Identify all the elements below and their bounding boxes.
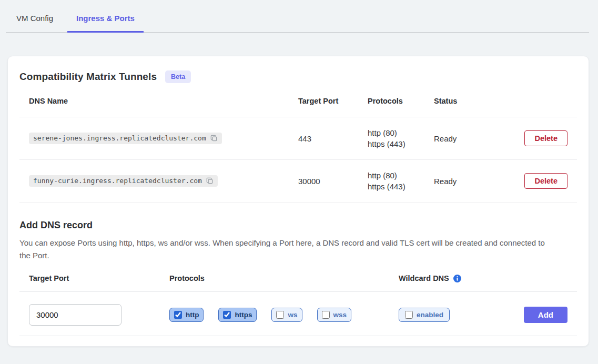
card-title: Compatibility Matrix Tunnels (19, 71, 157, 83)
dns-name-pill: funny-curie.ingress.replicatedcluster.co… (29, 175, 218, 187)
dns-cell: serene-jones.ingress.replicatedcluster.c… (19, 133, 298, 144)
form-col-wildcard-dns: Wildcard DNS (399, 274, 577, 282)
copy-icon[interactable] (210, 134, 218, 142)
protocol-checkbox-https[interactable]: https (218, 308, 257, 322)
dns-cell: funny-curie.ingress.replicatedcluster.co… (19, 175, 298, 187)
add-button[interactable]: Add (524, 307, 567, 323)
target-port-cell: 443 (298, 134, 368, 143)
status-cell: Ready (434, 177, 524, 186)
delete-button[interactable]: Delete (524, 130, 567, 146)
page: VM Config Ingress & Ports Compatibility … (0, 0, 598, 347)
protocol-option-label: ws (288, 311, 297, 319)
protocols-cell: http (80) https (443) (368, 170, 434, 192)
dns-name-pill: serene-jones.ingress.replicatedcluster.c… (29, 133, 222, 144)
http-checkbox-input[interactable] (174, 311, 182, 319)
tab-bar: VM Config Ingress & Ports (6, 0, 589, 33)
form-col-target-port: Target Port (19, 274, 169, 282)
ws-checkbox-input[interactable] (276, 311, 284, 319)
tab-vm-config[interactable]: VM Config (7, 11, 62, 33)
protocol-checkbox-wss[interactable]: wss (317, 308, 352, 322)
protocol-options: http https ws wss (169, 308, 399, 322)
col-header-protocols: Protocols (368, 97, 434, 105)
status-cell: Ready (434, 134, 524, 143)
protocol-checkbox-http[interactable]: http (169, 308, 204, 322)
add-dns-record-title: Add DNS record (19, 220, 577, 231)
col-header-dns-name: DNS Name (19, 97, 298, 105)
target-port-input[interactable] (29, 304, 121, 326)
protocol-checkbox-ws[interactable]: ws (271, 308, 302, 322)
protocols-cell: http (80) https (443) (368, 127, 434, 149)
https-checkbox-input[interactable] (223, 311, 231, 319)
add-dns-record-description: You can expose Ports using http, https, … (19, 237, 556, 261)
dns-name-text: funny-curie.ingress.replicatedcluster.co… (33, 177, 202, 185)
wss-checkbox-input[interactable] (322, 311, 330, 319)
beta-badge: Beta (165, 70, 191, 83)
dns-name-text: serene-jones.ingress.replicatedcluster.c… (33, 134, 206, 142)
copy-icon[interactable] (206, 177, 214, 185)
protocol-option-label: http (186, 311, 199, 319)
wildcard-enabled-checkbox[interactable]: enabled (399, 308, 450, 322)
form-col-protocols: Protocols (169, 274, 399, 282)
table-row: funny-curie.ingress.replicatedcluster.co… (19, 160, 577, 203)
col-header-status: Status (434, 97, 524, 105)
protocol-line: http (80) (368, 127, 434, 138)
wildcard-option-label: enabled (417, 311, 443, 319)
protocol-option-label: wss (333, 311, 347, 319)
delete-button[interactable]: Delete (524, 173, 567, 189)
tunnels-table-header: DNS Name Target Port Protocols Status (19, 88, 577, 117)
col-header-target-port: Target Port (298, 97, 368, 105)
tab-ingress-ports[interactable]: Ingress & Ports (67, 11, 144, 33)
tunnels-card: Compatibility Matrix Tunnels Beta DNS Na… (7, 56, 589, 347)
form-row: http https ws wss enabled (19, 292, 577, 336)
card-header: Compatibility Matrix Tunnels Beta (19, 56, 577, 83)
form-header-row: Target Port Protocols Wildcard DNS (19, 274, 577, 292)
enabled-checkbox-input[interactable] (405, 311, 413, 319)
protocol-option-label: https (235, 311, 252, 319)
protocol-line: https (443) (368, 138, 434, 149)
protocol-line: https (443) (368, 181, 434, 192)
protocol-line: http (80) (368, 170, 434, 181)
wildcard-dns-cell: enabled (399, 308, 524, 322)
target-port-field-cell (19, 304, 169, 326)
target-port-cell: 30000 (298, 177, 368, 186)
info-icon[interactable] (453, 275, 461, 282)
table-row: serene-jones.ingress.replicatedcluster.c… (19, 117, 577, 160)
wildcard-dns-label: Wildcard DNS (399, 274, 449, 282)
